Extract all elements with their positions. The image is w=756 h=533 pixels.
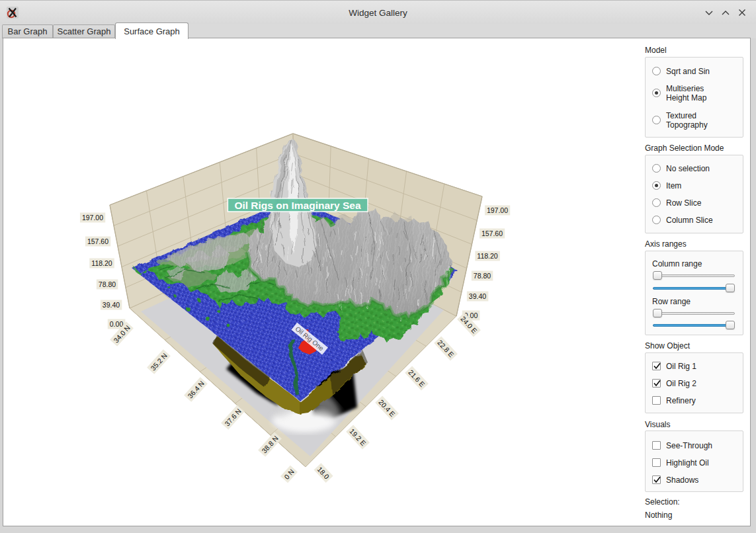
svg-text:118.20: 118.20 — [91, 259, 112, 267]
radio-option-item[interactable]: Item — [652, 181, 738, 190]
radio-unselected[interactable] — [652, 216, 661, 224]
chart-label: 39.40 — [467, 292, 488, 302]
chart-label: 19.2 E — [346, 425, 370, 450]
slider-handle[interactable] — [653, 271, 662, 280]
chart-label: 21.6 E — [405, 366, 429, 391]
chart-title: Oil Rigs on Imaginary Sea — [228, 198, 368, 212]
option-label: Textured Topography — [666, 111, 708, 130]
chart-label: 37.6 N — [221, 405, 245, 429]
column-range-min-slider[interactable] — [653, 271, 735, 280]
slider-handle[interactable] — [726, 284, 735, 292]
slider-groove[interactable] — [653, 274, 735, 277]
option-label: Refinery — [666, 396, 696, 405]
option-label: No selection — [666, 164, 710, 173]
option-label: Row Slice — [666, 198, 701, 208]
titlebar[interactable]: Widget Gallery — [0, 0, 756, 24]
chart-label: 36.4 N — [184, 377, 208, 401]
chart-label: 118.20 — [475, 251, 499, 261]
radio-option-textured-topography[interactable]: Textured Topography — [652, 111, 738, 130]
checkbox-option-refinery[interactable]: Refinery — [652, 396, 738, 405]
chart-label: 20.4 E — [375, 396, 399, 421]
svg-text:197.00: 197.00 — [82, 214, 103, 222]
tab-scatter-graph[interactable]: Scatter Graph — [53, 24, 115, 38]
chart-label: 38.8 N — [258, 432, 282, 456]
show_object-groupbox: Oil Rig 1Oil Rig 2Refinery — [645, 352, 743, 413]
option-label: Sqrt and Sin — [666, 67, 710, 76]
chart-label: 39.40 — [101, 300, 122, 310]
svg-text:0.00: 0.00 — [110, 320, 124, 328]
radio-unselected[interactable] — [652, 198, 661, 207]
svg-text:39.40: 39.40 — [103, 301, 120, 309]
checkbox-option-see-through[interactable]: See-Through — [652, 441, 738, 450]
checkbox-option-shadows[interactable]: Shadows — [652, 475, 738, 485]
chart-label: 157.60 — [85, 237, 110, 247]
window-title: Widget Gallery — [0, 1, 756, 24]
chart-label: 157.60 — [480, 229, 505, 239]
svg-text:157.60: 157.60 — [482, 229, 503, 237]
radio-option-column-slice[interactable]: Column Slice — [652, 216, 738, 225]
slider-fill — [653, 287, 730, 290]
tab-label: Scatter Graph — [54, 26, 114, 36]
slider-groove[interactable] — [653, 312, 735, 315]
checkbox-checked[interactable] — [652, 379, 661, 388]
option-label: Multiseries Height Map — [666, 84, 706, 102]
option-label: Item — [666, 181, 681, 190]
tab-pane: Oil Rig197.00157.60118.2078.8039.400.001… — [3, 38, 751, 526]
minimize-button[interactable] — [702, 6, 716, 19]
row-range-min-slider[interactable] — [653, 309, 735, 317]
column-range-max-slider[interactable] — [653, 284, 735, 292]
radio-unselected[interactable] — [652, 67, 661, 75]
chart-label: 78.80 — [97, 280, 118, 290]
svg-text:Oil Rigs on Imaginary Sea: Oil Rigs on Imaginary Sea — [234, 200, 361, 211]
checkbox-unchecked[interactable] — [652, 441, 661, 450]
app-window: Widget Gallery Bar GraphScatter GraphSur… — [0, 0, 756, 533]
tab-surface-graph[interactable]: Surface Graph — [115, 22, 189, 39]
checkbox-option-oil-rig-1[interactable]: Oil Rig 1 — [652, 362, 738, 371]
chart-label: 22.8 E — [434, 337, 458, 361]
slider-fill — [653, 324, 730, 327]
chart-label: 18.0 — [314, 463, 333, 483]
checkbox-checked[interactable] — [652, 362, 661, 370]
row-range-max-slider[interactable] — [653, 321, 735, 329]
close-button[interactable] — [735, 6, 749, 19]
model-groupbox: Sqrt and SinMultiseries Height MapTextur… — [645, 57, 743, 138]
chart-label: 35.2 N — [147, 349, 171, 374]
option-label: Highlight Oil — [666, 458, 709, 468]
radio-selected[interactable] — [652, 89, 661, 97]
radio-option-sqrt-and-sin[interactable]: Sqrt and Sin — [652, 67, 738, 76]
maximize-button[interactable] — [719, 6, 732, 19]
chart-label: 0 N — [280, 466, 298, 483]
radio-unselected[interactable] — [652, 164, 661, 173]
radio-unselected[interactable] — [652, 116, 661, 124]
svg-text:78.80: 78.80 — [474, 272, 491, 280]
option-label: Shadows — [666, 475, 698, 485]
svg-text:197.00: 197.00 — [487, 206, 508, 214]
checkbox-checked[interactable] — [652, 475, 661, 484]
radio-selected[interactable] — [652, 181, 661, 190]
tab-label: Surface Graph — [116, 26, 188, 36]
checkbox-option-highlight-oil[interactable]: Highlight Oil — [652, 458, 738, 468]
radio-option-multiseries-height-map[interactable]: Multiseries Height Map — [652, 84, 738, 102]
svg-text:157.60: 157.60 — [87, 237, 108, 245]
chart-label: 197.00 — [485, 206, 510, 216]
slider-handle[interactable] — [726, 321, 735, 329]
surface-graph-3d[interactable]: Oil Rig197.00157.60118.2078.8039.400.001… — [3, 38, 750, 526]
chart-label: 118.20 — [89, 259, 114, 268]
chart-label: 197.00 — [80, 213, 105, 223]
svg-text:78.80: 78.80 — [99, 280, 116, 288]
option-label: See-Through — [666, 441, 712, 450]
option-label: Oil Rig 1 — [666, 362, 696, 371]
checkbox-unchecked[interactable] — [652, 458, 661, 467]
svg-text:118.20: 118.20 — [477, 252, 497, 260]
checkbox-option-oil-rig-2[interactable]: Oil Rig 2 — [652, 379, 738, 388]
tab-bar: Bar GraphScatter GraphSurface Graph — [0, 24, 756, 38]
slider-handle[interactable] — [653, 309, 662, 317]
radio-option-no-selection[interactable]: No selection — [652, 164, 738, 173]
tab-bar-graph[interactable]: Bar Graph — [2, 24, 53, 38]
chart-label: 78.80 — [472, 271, 493, 281]
radio-option-row-slice[interactable]: Row Slice — [652, 198, 738, 208]
option-label: Column Slice — [666, 216, 713, 225]
checkbox-unchecked[interactable] — [652, 396, 661, 405]
tab-label: Bar Graph — [3, 26, 52, 36]
svg-text:39.40: 39.40 — [469, 292, 486, 300]
